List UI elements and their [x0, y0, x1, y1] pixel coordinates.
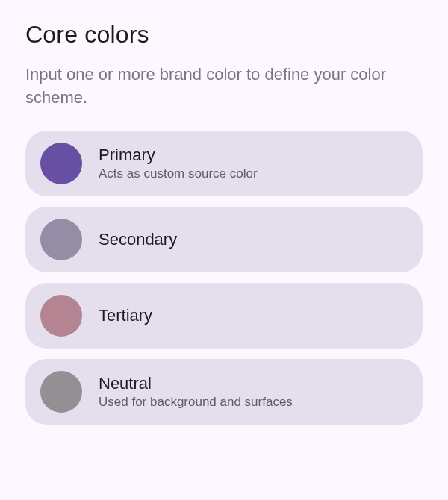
- color-text: Neutral Used for background and surfaces: [99, 374, 293, 410]
- color-sub-neutral: Used for background and surfaces: [99, 395, 293, 410]
- swatch-primary: [40, 143, 82, 184]
- color-label-neutral: Neutral: [99, 374, 293, 393]
- section-description: Input one or more brand color to define …: [25, 63, 414, 110]
- section-heading: Core colors: [25, 21, 423, 49]
- color-row-primary[interactable]: Primary Acts as custom source color: [25, 131, 423, 196]
- color-row-secondary[interactable]: Secondary: [25, 207, 423, 272]
- color-text: Secondary: [99, 230, 177, 249]
- color-list: Primary Acts as custom source color Seco…: [25, 131, 423, 425]
- color-text: Tertiary: [99, 306, 152, 325]
- swatch-neutral: [40, 371, 82, 413]
- color-row-neutral[interactable]: Neutral Used for background and surfaces: [25, 359, 423, 425]
- swatch-secondary: [40, 219, 82, 260]
- color-row-tertiary[interactable]: Tertiary: [25, 283, 423, 349]
- color-text: Primary Acts as custom source color: [99, 146, 258, 181]
- color-label-secondary: Secondary: [99, 230, 177, 249]
- swatch-tertiary: [40, 295, 82, 337]
- color-label-primary: Primary: [99, 146, 258, 165]
- color-sub-primary: Acts as custom source color: [99, 166, 258, 181]
- color-label-tertiary: Tertiary: [99, 306, 152, 325]
